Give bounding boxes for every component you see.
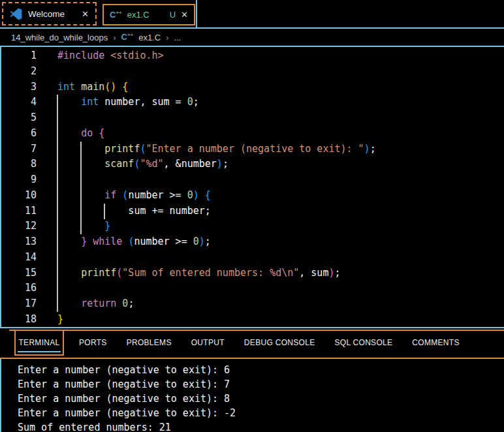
line-number: 15 [1,266,37,281]
code-text: printf("Enter a number (negative to exit… [37,142,376,157]
line-number: 9 [1,172,37,188]
code-line[interactable]: 8 scanf("%d", &number); [1,157,504,172]
code-line[interactable]: 10 if (number >= 0) { [1,188,504,204]
line-number: 1 [1,48,37,64]
line-number: 7 [1,142,37,157]
chevron-right-icon: › [113,33,116,42]
line-number: 14 [1,250,37,266]
panel-tab-comments[interactable]: COMMENTS [412,338,459,347]
vscode-window: Welcome ✕ C++ ex1.C U ✕ 14_while_do_whil… [0,0,504,432]
code-text [37,110,57,126]
code-line[interactable]: 6 do { [1,126,504,142]
line-number: 13 [1,234,37,250]
code-text: do { [37,126,104,142]
breadcrumb-folder[interactable]: 14_while_do_while_loops [11,33,108,42]
terminal-line: Enter a number (negative to exit): 8 [18,392,504,406]
line-number: 3 [1,80,37,95]
tab-welcome-label: Welcome [28,9,65,19]
tab-ex1c-label: ex1.C [127,10,150,20]
tab-welcome[interactable]: Welcome ✕ [2,2,97,25]
code-text: if (number >= 0) { [37,188,211,204]
panel-tab-output[interactable]: OUTPUT [191,338,225,347]
code-line[interactable]: 4 int number, sum = 0; [1,95,504,110]
panel-tab-problems[interactable]: PROBLEMS [127,338,172,347]
terminal-line: Enter a number (negative to exit): 6 [18,363,504,377]
code-text: } while (number >= 0); [37,234,211,250]
code-line[interactable]: 15 printf("Sum of entered numbers: %d\n"… [1,266,504,281]
line-number: 4 [1,95,37,110]
line-number: 12 [1,219,37,234]
code-line[interactable]: 9 [1,172,504,188]
code-line[interactable]: 16 [1,281,504,296]
code-text: sum += number; [37,204,211,219]
git-untracked-badge: U [170,10,176,20]
line-number: 16 [1,281,37,296]
code-line[interactable]: 12 } [1,219,504,234]
terminal-line: Enter a number (negative to exit): 7 [18,377,504,392]
panel-tab-debug-console[interactable]: DEBUG CONSOLE [244,338,315,347]
panel-tab-terminal-label: TERMINAL [18,338,59,347]
code-line[interactable]: 2 [1,64,504,80]
cpp-file-icon: C++ [121,33,134,41]
line-number: 8 [1,157,37,172]
code-text: printf("Sum of entered numbers: %d\n", s… [37,266,341,281]
line-number: 17 [1,296,37,312]
code-text: } [37,219,110,234]
breadcrumb: 14_while_do_while_loops › C++ ex1.C › ..… [0,29,504,46]
line-number: 2 [1,64,37,80]
indent-guide [80,142,82,234]
code-line[interactable]: 13 } while (number >= 0); [1,234,504,250]
code-text: return 0; [37,296,134,312]
breadcrumb-more[interactable]: ... [174,33,181,42]
code-text: } [37,312,63,328]
code-line[interactable]: 3int main() { [1,80,504,95]
line-number: 5 [1,110,37,126]
code-editor[interactable]: 1#include <stdio.h>23int main() {4 int n… [0,47,504,327]
tab-group-divider [196,0,197,29]
close-icon[interactable]: ✕ [181,10,188,20]
close-icon[interactable]: ✕ [82,9,89,19]
code-text [37,64,57,80]
line-number: 10 [1,188,37,204]
code-text: int number, sum = 0; [37,95,199,110]
indent-guide [104,204,105,219]
indent-guide [57,95,58,312]
code-line[interactable]: 18} [1,312,504,328]
code-line[interactable]: 7 printf("Enter a number (negative to ex… [1,142,504,157]
panel-tab-bar: PORTSPROBLEMSOUTPUTDEBUG CONSOLESQL CONS… [79,330,460,356]
cpp-file-icon: C++ [110,10,122,19]
tab-ex1c[interactable]: C++ ex1.C U ✕ [102,4,195,25]
divider [0,327,504,328]
code-text: int main() { [37,80,128,95]
code-line[interactable]: 11 sum += number; [1,204,504,219]
code-text: scanf("%d", &number); [37,157,228,172]
code-text [37,281,57,296]
panel-tab-ports[interactable]: PORTS [79,338,107,347]
line-number: 18 [1,312,37,328]
line-number: 6 [1,126,37,142]
code-text [37,250,57,266]
code-text [37,172,57,188]
code-line[interactable]: 1#include <stdio.h> [1,48,504,64]
panel-tab-terminal[interactable]: TERMINAL [14,330,64,356]
terminal-output[interactable]: Enter a number (negative to exit): 6Ente… [0,359,504,432]
terminal-line: Enter a number (negative to exit): -2 [18,406,504,420]
chevron-right-icon: › [166,33,168,42]
terminal-line: Sum of entered numbers: 21 [18,420,504,432]
panel-tab-sql-console[interactable]: SQL CONSOLE [334,338,392,347]
code-line[interactable]: 5 [1,110,504,126]
breadcrumb-file[interactable]: ex1.C [138,33,161,42]
line-number: 11 [1,204,37,219]
code-line[interactable]: 14 [1,250,504,266]
vscode-logo-icon [10,8,22,20]
code-line[interactable]: 17 return 0; [1,296,504,312]
code-text: #include <stdio.h> [37,48,164,64]
active-tab-underline [18,351,61,352]
